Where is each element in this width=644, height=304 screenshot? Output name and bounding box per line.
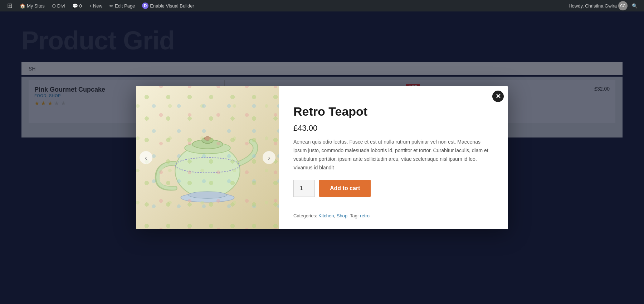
visual-builder-label: Enable Visual Builder xyxy=(150,3,194,9)
modal-description: Aenean quis odio lectus. Fusce et est ut… xyxy=(293,138,494,172)
quantity-input[interactable] xyxy=(293,180,315,197)
carousel-prev-button[interactable]: ‹ xyxy=(140,151,152,164)
comments-icon: 💬 xyxy=(72,3,78,9)
user-greeting: Howdy, Christina Gwira xyxy=(569,3,617,9)
modal-overlay[interactable]: ✕ xyxy=(0,11,644,304)
admin-bar-enable-visual-builder[interactable]: D Enable Visual Builder xyxy=(138,0,197,11)
close-icon: ✕ xyxy=(496,93,501,100)
comments-count: 0 xyxy=(79,3,82,9)
my-sites-label: My Sites xyxy=(27,3,45,9)
modal-actions: Add to cart xyxy=(293,180,494,197)
modal-container: ✕ xyxy=(136,86,508,230)
polka-dot-background xyxy=(136,86,279,230)
categories-label: Categories: xyxy=(293,213,317,218)
category-kitchen-link[interactable]: Kitchen xyxy=(318,213,334,218)
page-content: Product Grid SH Pink Gourmet Cupcake FOO… xyxy=(0,11,644,304)
modal-image-section: ‹ › xyxy=(136,86,279,230)
admin-bar-divi[interactable]: ⬡ Divi xyxy=(48,0,69,11)
modal-divider xyxy=(293,205,494,205)
avatar: CG xyxy=(618,1,628,10)
admin-bar-wp-logo[interactable]: ⊞ xyxy=(4,0,16,11)
chevron-left-icon: ‹ xyxy=(145,154,147,162)
admin-bar-comments[interactable]: 💬 0 xyxy=(69,0,86,11)
edit-icon: ✏ xyxy=(109,3,113,9)
wordpress-icon: ⊞ xyxy=(7,2,13,10)
my-sites-icon: 🏠 xyxy=(20,3,25,9)
admin-bar-edit-page[interactable]: ✏ Edit Page xyxy=(106,0,138,11)
search-icon[interactable]: 🔍 xyxy=(629,3,640,9)
admin-bar-new[interactable]: + New xyxy=(86,0,106,11)
modal-image-placeholder xyxy=(136,86,279,230)
edit-page-label: Edit Page xyxy=(115,3,135,9)
carousel-next-button[interactable]: › xyxy=(263,151,275,164)
divi-d-icon: D xyxy=(142,3,148,9)
admin-bar-right: Howdy, Christina Gwira CG 🔍 xyxy=(569,1,640,10)
admin-bar: ⊞ 🏠 My Sites ⬡ Divi 💬 0 + New ✏ Edit Pag… xyxy=(0,0,644,11)
tag-retro-link[interactable]: retro xyxy=(360,213,370,218)
tag-label: Tag: xyxy=(350,213,359,218)
modal-content-section: Retro Teapot £43.00 Aenean quis odio lec… xyxy=(279,86,508,230)
admin-bar-my-sites[interactable]: 🏠 My Sites xyxy=(16,0,48,11)
modal-meta: Categories: Kitchen, Shop Tag: retro xyxy=(293,213,494,218)
modal-product-title: Retro Teapot xyxy=(293,104,494,119)
modal-close-button[interactable]: ✕ xyxy=(492,91,504,102)
divi-icon: ⬡ xyxy=(52,3,56,9)
divi-label: Divi xyxy=(57,3,65,9)
add-to-cart-button[interactable]: Add to cart xyxy=(319,180,371,197)
category-shop-link[interactable]: Shop xyxy=(337,213,347,218)
modal-price: £43.00 xyxy=(293,124,494,133)
chevron-right-icon: › xyxy=(268,154,270,162)
new-label: + New xyxy=(89,3,102,9)
